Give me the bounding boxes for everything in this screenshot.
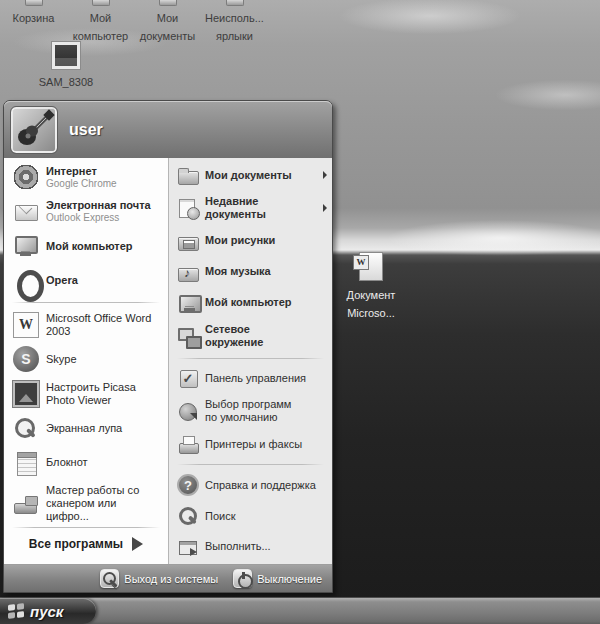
run-icon xyxy=(177,536,199,558)
start-menu-body: Интернет Google Chrome Электронная почта… xyxy=(4,158,332,564)
menu-separator xyxy=(177,464,324,465)
my-pictures-item[interactable]: Мои рисунки xyxy=(169,228,332,254)
opera-icon xyxy=(13,268,39,294)
system-places-list: Мои документы Недавние документы xyxy=(169,162,332,560)
opera-item[interactable]: Opera xyxy=(4,266,168,296)
start-button[interactable]: пуск xyxy=(0,598,96,624)
shut-down-label: Выключение xyxy=(257,573,322,585)
start-menu-right-column: Мои документы Недавние документы xyxy=(168,158,332,564)
run-item[interactable]: Выполнить... xyxy=(169,534,332,560)
menu-item-label: Настроить Picasa Photo Viewer xyxy=(46,381,162,407)
menu-item-label: Недавние документы xyxy=(205,195,301,221)
menu-item-label: Электронная почта xyxy=(46,199,151,212)
printer-icon xyxy=(177,433,199,455)
start-menu-left-column: Интернет Google Chrome Электронная почта… xyxy=(4,158,168,564)
control-icon xyxy=(177,367,199,389)
all-programs-button[interactable]: Все программы xyxy=(4,530,168,560)
start-menu-footer: Выход из системы Выключение xyxy=(4,564,332,592)
menu-item-label: Мой компьютер xyxy=(46,240,133,253)
log-off-label: Выход из системы xyxy=(124,573,218,585)
my-music-item[interactable]: Моя музыка xyxy=(169,259,332,285)
menu-item-label: Opera xyxy=(46,274,78,287)
desktop-icon-glyph xyxy=(25,0,43,6)
menu-item-label: Выполнить... xyxy=(205,540,271,553)
log-off-key-icon xyxy=(100,569,119,588)
menu-separator xyxy=(12,527,160,528)
my-documents-desktop[interactable]: Мои документы xyxy=(134,0,201,44)
scanner-icon xyxy=(13,491,39,517)
menu-item-label: Принтеры и факсы xyxy=(205,438,302,451)
recycle-bin[interactable]: Корзина xyxy=(0,0,67,44)
help-icon xyxy=(177,474,199,496)
help-support-item[interactable]: Справка и поддержка xyxy=(169,472,332,498)
menu-item-label: Выбор программ по умолчанию xyxy=(205,398,301,424)
screen-magnifier-item[interactable]: Экранная лупа xyxy=(4,413,168,443)
desktop-icon-glyph xyxy=(226,0,244,6)
desktop-icon-label: SAM_8308 xyxy=(39,76,93,88)
menu-item-label: Мой компьютер xyxy=(205,296,292,309)
shut-down-button[interactable]: Выключение xyxy=(233,569,322,588)
computer-icon xyxy=(13,233,39,259)
network-icon xyxy=(177,325,199,347)
menu-item-label: Сетевое окружение xyxy=(205,323,301,349)
search-item[interactable]: Поиск xyxy=(169,503,332,529)
word-item[interactable]: Microsoft Office Word 2003 xyxy=(4,310,168,340)
skype-icon xyxy=(13,346,39,372)
guitar-avatar-image xyxy=(13,109,55,151)
menu-item-label: Блокнот xyxy=(46,456,88,469)
start-button-label: пуск xyxy=(30,603,63,620)
unused-shortcuts[interactable]: Неисполь... ярлыки xyxy=(201,0,268,44)
folder-music-icon xyxy=(177,261,199,283)
all-programs-arrow-icon xyxy=(132,537,143,551)
my-documents-item[interactable]: Мои документы xyxy=(169,162,332,188)
desktop-icon-word-document[interactable]: Документ Microso... xyxy=(336,252,406,321)
internet-item[interactable]: Интернет Google Chrome xyxy=(4,162,168,192)
menu-item-label: Мои документы xyxy=(205,169,292,182)
picasa-icon xyxy=(13,381,39,407)
network-places-item[interactable]: Сетевое окружение xyxy=(169,321,332,351)
my-computer-pinned-item[interactable]: Мой компьютер xyxy=(4,231,168,261)
menu-item-label: Справка и поддержка xyxy=(205,479,316,492)
windows-logo-icon xyxy=(8,603,24,619)
desktop-icon-label: Неисполь... ярлыки xyxy=(205,12,264,42)
lupa-icon xyxy=(13,415,39,441)
recent-icon xyxy=(177,197,199,219)
menu-item-sublabel: Outlook Express xyxy=(46,212,151,224)
desktop-icon-label: Корзина xyxy=(13,12,55,24)
menu-separator xyxy=(12,302,160,303)
desktop-icon-label: Документ Microso... xyxy=(347,289,396,319)
word-document-icon xyxy=(359,252,383,281)
taskbar: пуск xyxy=(0,597,600,624)
my-computer-desktop[interactable]: Мой компьютер xyxy=(67,0,134,44)
menu-item-label: Интернет xyxy=(46,165,117,178)
search-icon xyxy=(177,505,199,527)
desktop-icon-sam-photo[interactable]: SAM_8308 xyxy=(34,42,98,90)
picasa-item[interactable]: Настроить Picasa Photo Viewer xyxy=(4,379,168,409)
email-item[interactable]: Электронная почта Outlook Express xyxy=(4,197,168,227)
menu-separator xyxy=(177,358,324,359)
menu-item-label: Панель управления xyxy=(205,372,306,385)
menu-item-label: Мои рисунки xyxy=(205,234,275,247)
user-name: user xyxy=(69,121,103,139)
control-panel-item[interactable]: Панель управления xyxy=(169,365,332,391)
notepad-item[interactable]: Блокнот xyxy=(4,448,168,478)
scanner-wizard-item[interactable]: Мастер работы со сканером или цифро... xyxy=(4,482,168,525)
printers-faxes-item[interactable]: Принтеры и факсы xyxy=(169,431,332,457)
recent-documents-item[interactable]: Недавние документы xyxy=(169,193,332,223)
desktop-icon-label: Мой компьютер xyxy=(73,12,128,42)
skype-item[interactable]: Skype xyxy=(4,344,168,374)
desktop-icons-row: Корзина Мой компьютер Мои документы Неис… xyxy=(0,0,300,44)
submenu-arrow-icon xyxy=(323,171,327,179)
menu-item-label: Microsoft Office Word 2003 xyxy=(46,312,162,338)
chrome-icon xyxy=(13,164,39,190)
all-programs-label: Все программы xyxy=(29,537,123,551)
desktop-icon-label: Мои документы xyxy=(140,12,196,42)
menu-item-label: Моя музыка xyxy=(205,265,271,278)
computer-icon xyxy=(177,292,199,314)
default-programs-item[interactable]: Выбор программ по умолчанию xyxy=(169,396,332,426)
power-icon xyxy=(233,569,252,588)
my-computer-item[interactable]: Мой компьютер xyxy=(169,290,332,316)
folder-docs-icon xyxy=(177,164,199,186)
log-off-button[interactable]: Выход из системы xyxy=(100,569,218,588)
start-menu: user Интернет Google Chrome xyxy=(3,100,333,593)
